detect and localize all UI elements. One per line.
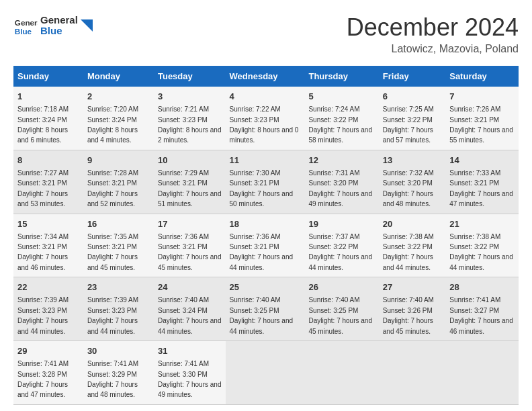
week-row-2: 8Sunrise: 7:27 AMSunset: 3:21 PMDaylight… — [13, 150, 519, 214]
day-info: Sunrise: 7:26 AMSunset: 3:21 PMDaylight:… — [449, 105, 513, 144]
day-cell: 31Sunrise: 7:41 AMSunset: 3:30 PMDayligh… — [154, 341, 226, 405]
day-number: 5 — [308, 91, 374, 103]
day-number: 2 — [87, 91, 150, 103]
day-number: 24 — [158, 281, 222, 293]
day-cell: 7Sunrise: 7:26 AMSunset: 3:21 PMDaylight… — [445, 87, 519, 150]
header-tuesday: Tuesday — [154, 66, 226, 87]
day-number: 1 — [17, 91, 79, 103]
day-info: Sunrise: 7:22 AMSunset: 3:23 PMDaylight:… — [230, 105, 299, 144]
day-info: Sunrise: 7:41 AMSunset: 3:28 PMDaylight:… — [17, 360, 69, 398]
day-cell: 9Sunrise: 7:28 AMSunset: 3:21 PMDaylight… — [83, 150, 154, 214]
month-title: December 2024 — [347, 13, 519, 42]
day-cell: 30Sunrise: 7:41 AMSunset: 3:29 PMDayligh… — [83, 341, 154, 405]
day-number: 14 — [449, 154, 515, 167]
day-info: Sunrise: 7:38 AMSunset: 3:22 PMDaylight:… — [449, 233, 513, 271]
day-number: 11 — [230, 154, 301, 167]
day-cell: 25Sunrise: 7:40 AMSunset: 3:25 PMDayligh… — [226, 277, 305, 341]
day-info: Sunrise: 7:33 AMSunset: 3:21 PMDaylight:… — [449, 169, 513, 208]
day-cell: 13Sunrise: 7:32 AMSunset: 3:20 PMDayligh… — [379, 150, 445, 214]
day-info: Sunrise: 7:36 AMSunset: 3:21 PMDaylight:… — [230, 233, 294, 271]
day-info: Sunrise: 7:40 AMSunset: 3:26 PMDaylight:… — [383, 296, 434, 334]
page-header: General Blue General Blue December 2024 … — [13, 13, 519, 55]
day-info: Sunrise: 7:24 AMSunset: 3:22 PMDaylight:… — [308, 105, 372, 144]
day-number: 29 — [17, 345, 79, 357]
day-number: 23 — [87, 281, 150, 293]
day-number: 3 — [158, 91, 222, 103]
svg-marker-3 — [81, 19, 93, 32]
day-info: Sunrise: 7:30 AMSunset: 3:21 PMDaylight:… — [230, 169, 294, 208]
day-cell: 17Sunrise: 7:36 AMSunset: 3:21 PMDayligh… — [154, 214, 226, 277]
day-cell: 24Sunrise: 7:40 AMSunset: 3:24 PMDayligh… — [154, 277, 226, 341]
day-cell: 2Sunrise: 7:20 AMSunset: 3:24 PMDaylight… — [83, 87, 154, 150]
day-number: 7 — [449, 91, 515, 103]
day-cell — [304, 341, 378, 405]
day-info: Sunrise: 7:38 AMSunset: 3:22 PMDaylight:… — [383, 233, 434, 271]
location: Latowicz, Mazovia, Poland — [347, 43, 519, 55]
day-cell: 5Sunrise: 7:24 AMSunset: 3:22 PMDaylight… — [304, 87, 378, 150]
day-cell: 19Sunrise: 7:37 AMSunset: 3:22 PMDayligh… — [304, 214, 378, 277]
week-row-1: 1Sunrise: 7:18 AMSunset: 3:24 PMDaylight… — [13, 87, 519, 150]
day-number: 31 — [158, 345, 222, 357]
day-info: Sunrise: 7:21 AMSunset: 3:23 PMDaylight:… — [158, 105, 222, 144]
header-thursday: Thursday — [304, 66, 378, 87]
day-cell — [445, 341, 519, 405]
day-number: 13 — [383, 154, 441, 167]
day-cell: 26Sunrise: 7:40 AMSunset: 3:25 PMDayligh… — [304, 277, 378, 341]
day-info: Sunrise: 7:37 AMSunset: 3:22 PMDaylight:… — [308, 233, 372, 271]
day-info: Sunrise: 7:41 AMSunset: 3:29 PMDaylight:… — [87, 360, 138, 398]
day-number: 27 — [383, 281, 441, 293]
header-sunday: Sunday — [13, 66, 83, 87]
day-cell: 12Sunrise: 7:31 AMSunset: 3:20 PMDayligh… — [304, 150, 378, 214]
day-cell: 1Sunrise: 7:18 AMSunset: 3:24 PMDaylight… — [13, 87, 83, 150]
day-cell: 16Sunrise: 7:35 AMSunset: 3:21 PMDayligh… — [83, 214, 154, 277]
day-cell: 11Sunrise: 7:30 AMSunset: 3:21 PMDayligh… — [226, 150, 305, 214]
day-number: 30 — [87, 345, 150, 357]
day-cell: 3Sunrise: 7:21 AMSunset: 3:23 PMDaylight… — [154, 87, 226, 150]
logo-triangle-icon — [81, 19, 93, 32]
header-friday: Friday — [379, 66, 445, 87]
header-monday: Monday — [83, 66, 154, 87]
day-cell: 20Sunrise: 7:38 AMSunset: 3:22 PMDayligh… — [379, 214, 445, 277]
day-cell: 10Sunrise: 7:29 AMSunset: 3:21 PMDayligh… — [154, 150, 226, 214]
day-number: 22 — [17, 281, 79, 293]
day-cell: 23Sunrise: 7:39 AMSunset: 3:23 PMDayligh… — [83, 277, 154, 341]
day-info: Sunrise: 7:39 AMSunset: 3:23 PMDaylight:… — [17, 296, 69, 334]
calendar-table: SundayMondayTuesdayWednesdayThursdayFrid… — [13, 66, 519, 405]
day-info: Sunrise: 7:25 AMSunset: 3:22 PMDaylight:… — [383, 105, 434, 144]
week-row-4: 22Sunrise: 7:39 AMSunset: 3:23 PMDayligh… — [13, 277, 519, 341]
day-info: Sunrise: 7:36 AMSunset: 3:21 PMDaylight:… — [158, 233, 222, 271]
day-cell — [379, 341, 445, 405]
day-cell: 4Sunrise: 7:22 AMSunset: 3:23 PMDaylight… — [226, 87, 305, 150]
day-info: Sunrise: 7:35 AMSunset: 3:21 PMDaylight:… — [87, 233, 138, 271]
day-number: 6 — [383, 91, 441, 103]
day-number: 17 — [158, 218, 222, 230]
header-saturday: Saturday — [445, 66, 519, 87]
day-number: 18 — [230, 218, 301, 230]
day-number: 12 — [308, 154, 374, 167]
day-cell: 28Sunrise: 7:41 AMSunset: 3:27 PMDayligh… — [445, 277, 519, 341]
day-info: Sunrise: 7:41 AMSunset: 3:30 PMDaylight:… — [158, 360, 222, 398]
day-info: Sunrise: 7:29 AMSunset: 3:21 PMDaylight:… — [158, 169, 222, 208]
day-cell: 6Sunrise: 7:25 AMSunset: 3:22 PMDaylight… — [379, 87, 445, 150]
day-number: 4 — [230, 91, 301, 103]
day-info: Sunrise: 7:40 AMSunset: 3:25 PMDaylight:… — [308, 296, 372, 334]
day-info: Sunrise: 7:20 AMSunset: 3:24 PMDaylight:… — [87, 105, 138, 144]
day-cell: 21Sunrise: 7:38 AMSunset: 3:22 PMDayligh… — [445, 214, 519, 277]
day-number: 19 — [308, 218, 374, 230]
day-info: Sunrise: 7:28 AMSunset: 3:21 PMDaylight:… — [87, 169, 138, 208]
day-number: 20 — [383, 218, 441, 230]
day-number: 10 — [158, 154, 222, 167]
day-number: 26 — [308, 281, 374, 293]
day-info: Sunrise: 7:27 AMSunset: 3:21 PMDaylight:… — [17, 169, 69, 208]
day-cell: 18Sunrise: 7:36 AMSunset: 3:21 PMDayligh… — [226, 214, 305, 277]
svg-text:General: General — [15, 18, 38, 27]
logo: General Blue General Blue — [13, 13, 93, 38]
day-info: Sunrise: 7:31 AMSunset: 3:20 PMDaylight:… — [308, 169, 372, 208]
day-number: 16 — [87, 218, 150, 230]
week-row-3: 15Sunrise: 7:34 AMSunset: 3:21 PMDayligh… — [13, 214, 519, 277]
day-number: 8 — [17, 154, 79, 167]
day-info: Sunrise: 7:18 AMSunset: 3:24 PMDaylight:… — [17, 105, 69, 144]
day-number: 9 — [87, 154, 150, 167]
day-cell: 8Sunrise: 7:27 AMSunset: 3:21 PMDaylight… — [13, 150, 83, 214]
header-row: SundayMondayTuesdayWednesdayThursdayFrid… — [13, 66, 519, 87]
